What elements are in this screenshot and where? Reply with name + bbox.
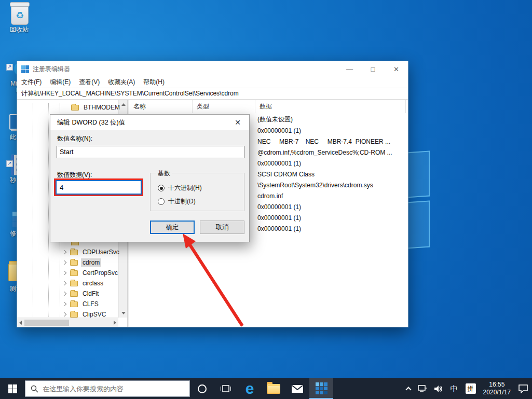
speaker-icon [434,385,443,393]
close-button[interactable]: ✕ [385,61,408,77]
value-row-data[interactable]: 0x00000001 (1) [257,223,406,234]
cortana-button[interactable] [190,378,214,399]
tree-key-CertPropSvc[interactable]: CertPropSvc [63,268,119,278]
menu-item-0[interactable]: 文件(F) [21,78,42,87]
scroll-right-icon[interactable] [114,321,116,325]
radio-label: 十六进制(H) [168,184,202,192]
ok-button[interactable]: 确定 [150,221,195,234]
file-explorer-button[interactable] [262,378,285,399]
edge-icon: e [245,381,254,396]
address-text: 计算机\HKEY_LOCAL_MACHINE\SYSTEM\CurrentCon… [21,89,239,98]
scroll-down-icon[interactable] [121,312,126,314]
radio-hexadecimal[interactable]: 十六进制(H) [158,184,202,192]
icon-label: 回收站 [10,26,29,33]
red-annotation-box [54,178,143,196]
search-input[interactable] [43,385,178,393]
task-view-button[interactable] [214,378,238,399]
tree-key-BTHMODEM[interactable]: BTHMODEM [71,102,121,113]
dialog-close-button[interactable]: ✕ [226,115,249,130]
network-icon [418,385,427,393]
recycle-bin-icon: ♻ [11,4,29,25]
expand-chevron-icon[interactable] [62,271,66,275]
expand-chevron-icon[interactable] [62,302,66,306]
key-folder-icon [70,260,78,266]
scroll-left-icon[interactable] [19,321,22,325]
start-button[interactable] [0,378,25,399]
radio-icon [158,185,165,191]
tree-key-cdrom[interactable]: cdrom [63,257,101,268]
tree-key-label: circlass [81,279,105,287]
tray-expand-button[interactable] [403,378,414,399]
ime-language-button[interactable]: 中 [447,378,462,399]
dialog-titlebar[interactable]: 编辑 DWORD (32 位)值 [50,115,249,130]
shortcut-arrow-icon [6,160,13,167]
scrollbar-thumb[interactable] [24,320,69,326]
value-data-input[interactable] [56,180,142,195]
value-row-data[interactable]: \SystemRoot\System32\drivers\cdrom.sys [257,180,406,190]
volume-button[interactable] [431,378,447,399]
key-folder-icon [70,281,78,286]
tree-horizontal-scrollbar[interactable] [17,318,118,327]
tree-key-label: BTHMODEM [82,103,121,112]
tree-key-CLFS[interactable]: CLFS [63,299,100,309]
menu-item-4[interactable]: 帮助(H) [143,78,165,87]
action-center-icon [518,384,528,393]
column-header-0[interactable]: 名称 [129,100,193,113]
ime-mode-button[interactable]: 拼 [462,378,480,399]
expand-chevron-icon[interactable] [62,260,66,265]
value-row-data[interactable]: @cdrom.inf,%cdrom_ServiceDesc%;CD-ROM ..… [257,147,406,158]
scroll-up-icon[interactable] [121,103,126,106]
desktop-icon-recycle-bin[interactable]: ♻ 回收站 [3,4,36,25]
tree-key-circlass[interactable]: circlass [63,278,105,288]
action-center-button[interactable] [514,378,532,399]
key-folder-icon [71,105,79,111]
maximize-button[interactable]: □ [361,61,385,77]
tree-key-label: CertPropSvc [81,269,119,277]
value-row-data[interactable]: 0x00000001 (1) [257,201,406,212]
menu-item-3[interactable]: 收藏夹(A) [108,78,135,87]
column-header-1[interactable]: 类型 [193,100,255,113]
key-folder-icon [70,291,78,297]
cancel-button[interactable]: 取消 [200,221,244,234]
value-row-data[interactable]: cdrom.inf [257,190,406,201]
value-name-input[interactable] [57,146,244,158]
value-row-data[interactable]: 0x00000001 (1) [257,212,406,223]
address-bar[interactable]: 计算机\HKEY_LOCAL_MACHINE\SYSTEM\CurrentCon… [17,88,408,100]
menu-item-1[interactable]: 编辑(E) [50,78,71,87]
taskbar-search[interactable] [25,380,190,397]
menu-item-2[interactable]: 查看(V) [79,78,100,87]
taskbar: e 中 拼 16:552020/1/17 [0,378,532,399]
column-header-2[interactable]: 数据 [255,100,406,113]
value-row-data[interactable]: NEC MBR-7 NEC MBR-7.4 PIONEER ... [257,136,406,147]
search-icon [31,385,38,393]
expand-chevron-icon[interactable] [62,281,66,285]
value-row-data[interactable]: SCSI CDROM Class [257,169,406,180]
tray-time: 16:55 [483,381,511,389]
expand-chevron-icon[interactable] [62,312,66,317]
expand-chevron-icon[interactable] [62,250,66,254]
base-group: 基数 十六进制(H) 十进制(D) [150,173,244,211]
menu-bar: 文件(F)编辑(E)查看(V)收藏夹(A)帮助(H) [17,77,408,88]
clock[interactable]: 16:552020/1/17 [480,378,514,399]
folder-icon [267,384,280,394]
radio-decimal[interactable]: 十进制(D) [158,197,196,206]
value-row-data[interactable]: 0x00000001 (1) [257,125,406,136]
expand-chevron-icon[interactable] [62,292,66,296]
ime-mode-label: 拼 [466,383,476,394]
tree-key-label: CDPUserSvc [81,248,121,256]
regedit-taskbar-button[interactable] [309,378,333,399]
tree-key-CDPUserSvc[interactable]: CDPUserSvc [63,247,121,257]
windows-logo-icon [8,384,17,393]
value-row-data[interactable]: (数值未设置) [257,114,406,125]
mail-button[interactable] [285,378,309,399]
base-group-label: 基数 [156,169,172,178]
network-button[interactable] [414,378,431,399]
list-header: 名称类型数据 [129,100,408,113]
regedit-titlebar[interactable]: 注册表编辑器 — □ ✕ [17,61,408,77]
value-row-data[interactable]: 0x00000001 (1) [257,158,406,169]
ime-language-label: 中 [451,384,458,394]
shortcut-arrow-icon [6,64,13,71]
tree-key-CldFlt[interactable]: CldFlt [63,288,100,299]
minimize-button[interactable]: — [338,61,361,77]
edge-taskbar-button[interactable]: e [238,378,262,399]
